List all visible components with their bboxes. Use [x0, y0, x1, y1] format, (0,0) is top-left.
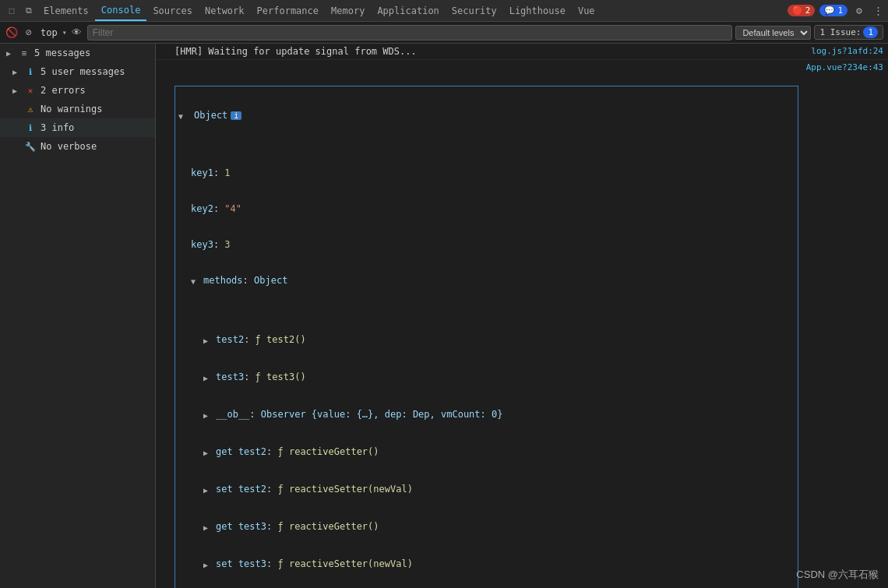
verbose-icon: 🔧 [25, 142, 36, 152]
eye-icon[interactable]: 👁 [70, 26, 84, 40]
obj-prop-key3: key3: 3 [188, 238, 798, 252]
watermark: CSDN @六耳石猴 [796, 568, 879, 582]
object-header[interactable]: ▼ Object i [175, 108, 798, 122]
object-tree: ▼ Object i key1: 1 key2: "4" key3: 3 [174, 86, 798, 588]
levels-select[interactable]: Default levels [735, 26, 811, 40]
settings-icon[interactable]: ⚙ [852, 4, 866, 18]
sidebar-item-user-messages[interactable]: ▶ ℹ 5 user messages [0, 62, 155, 81]
tab-lighthouse[interactable]: Lighthouse [503, 0, 572, 21]
sidebar-item-label-all: 5 messages [34, 48, 90, 58]
tab-application[interactable]: Application [371, 0, 445, 21]
mobile-icon[interactable]: ⧉ [23, 5, 35, 17]
console-toolbar: 🚫 ⊘ top ▾ 👁 Default levels 1 Issue: 1 [0, 22, 888, 44]
devtools-tabbar: ⬚ ⧉ Elements Console Sources Network Per… [0, 0, 888, 22]
obj-prop-key2: key2: "4" [188, 202, 798, 216]
sidebar-item-verbose[interactable]: 🔧 No verbose [0, 137, 155, 156]
methods-expand-icon[interactable]: ▼ [191, 273, 200, 289]
object-badge: i [231, 111, 241, 120]
tab-vue[interactable]: Vue [572, 0, 601, 21]
log-location-object[interactable]: App.vue?234e:43 [802, 61, 888, 74]
info-badge[interactable]: 💬 1 [819, 5, 847, 16]
sidebar-item-label-user: 5 user messages [41, 66, 125, 77]
list-icon: ≡ [19, 48, 30, 58]
log-gutter-hmr [156, 44, 171, 46]
tab-console[interactable]: Console [95, 0, 147, 21]
obj-test2[interactable]: ▶test2: ƒ test2() [200, 333, 798, 348]
issue-count: 1 [863, 26, 878, 38]
object-label: Object [194, 110, 227, 121]
error-badge[interactable]: 🔴 2 [788, 5, 816, 16]
tab-memory[interactable]: Memory [325, 0, 371, 21]
sidebar-item-warnings[interactable]: ⚠ No warnings [0, 100, 155, 118]
obj-set-test3[interactable]: ▶set test3: ƒ reactiveSetter(newVal) [200, 557, 798, 572]
expand-arrow-icon-2: ▶ [12, 68, 20, 76]
sidebar-item-label-warnings: No warnings [41, 104, 102, 114]
log-gutter-object [156, 61, 171, 62]
obj-test3[interactable]: ▶test3: ƒ test3() [200, 370, 798, 386]
object-expand-arrow[interactable]: ▼ [178, 111, 188, 121]
warn-icon: ⚠ [25, 104, 36, 114]
top-label: top [39, 27, 59, 38]
sidebar-item-all-messages[interactable]: ▶ ≡ 5 messages [0, 44, 155, 62]
obj-get-test2[interactable]: ▶get test2: ƒ reactiveGetter() [200, 445, 798, 460]
clear-icon[interactable]: 🚫 [5, 26, 19, 40]
console-output: [HMR] Waiting for update signal from WDS… [156, 44, 888, 588]
log-text-hmr: [HMR] Waiting for update signal from WDS… [171, 44, 806, 58]
obj-prop-key1: key1: 1 [188, 166, 798, 180]
expand-arrow-icon-3: ▶ [12, 86, 20, 95]
more-icon[interactable]: ⋮ [871, 4, 885, 18]
error-badge-count: 2 [805, 5, 811, 16]
sidebar-item-info[interactable]: ℹ 3 info [0, 118, 155, 137]
obj-methods-header[interactable]: ▼ methods: Object [188, 273, 798, 289]
sidebar-item-label-verbose: No verbose [41, 141, 97, 152]
issue-badge[interactable]: 1 Issue: 1 [814, 25, 883, 40]
issue-label: 1 Issue: [819, 27, 861, 37]
info-badge-icon: 💬 [824, 5, 835, 16]
user-icon: ℹ [25, 67, 36, 77]
sidebar-item-label-errors: 2 errors [41, 85, 86, 96]
log-content-object: ▼ Object i key1: 1 key2: "4" key3: 3 [171, 61, 802, 588]
tab-sources[interactable]: Sources [146, 0, 199, 21]
info-icon: ℹ [25, 123, 36, 133]
tab-performance[interactable]: Performance [251, 0, 325, 21]
methods-children: ▶test2: ƒ test2() ▶test3: ƒ test3() ▶__o… [188, 311, 798, 588]
obj-get-test3[interactable]: ▶get test3: ƒ reactiveGetter() [200, 519, 798, 535]
top-arrow-icon[interactable]: ▾ [62, 28, 67, 37]
log-line-hmr: [HMR] Waiting for update signal from WDS… [156, 44, 888, 60]
sidebar-item-errors[interactable]: ▶ ✕ 2 errors [0, 81, 155, 100]
log-location-hmr[interactable]: log.js?1afd:24 [806, 44, 888, 58]
error-icon: ✕ [25, 86, 36, 96]
obj-ob-methods[interactable]: ▶__ob__: Observer {value: {…}, dep: Dep,… [200, 407, 798, 423]
object-props-container: key1: 1 key2: "4" key3: 3 ▼ methods: Obj… [175, 144, 798, 588]
tab-elements[interactable]: Elements [37, 0, 95, 21]
sidebar: ▶ ≡ 5 messages ▶ ℹ 5 user messages ▶ ✕ 2… [0, 44, 156, 588]
cursor-icon[interactable]: ⬚ [5, 5, 18, 17]
log-line-object: ▼ Object i key1: 1 key2: "4" key3: 3 [156, 60, 888, 588]
filter-input[interactable] [87, 25, 733, 40]
main-layout: ▶ ≡ 5 messages ▶ ℹ 5 user messages ▶ ✕ 2… [0, 44, 888, 588]
sidebar-item-label-info: 3 info [41, 122, 74, 133]
expand-arrow-icon: ▶ [6, 49, 14, 58]
info-badge-count: 1 [837, 5, 843, 16]
tab-security[interactable]: Security [446, 0, 503, 21]
filter-icon[interactable]: ⊘ [22, 26, 36, 40]
tab-network[interactable]: Network [199, 0, 251, 21]
obj-set-test2[interactable]: ▶set test2: ƒ reactiveSetter(newVal) [200, 482, 798, 498]
error-badge-icon: 🔴 [792, 5, 803, 16]
